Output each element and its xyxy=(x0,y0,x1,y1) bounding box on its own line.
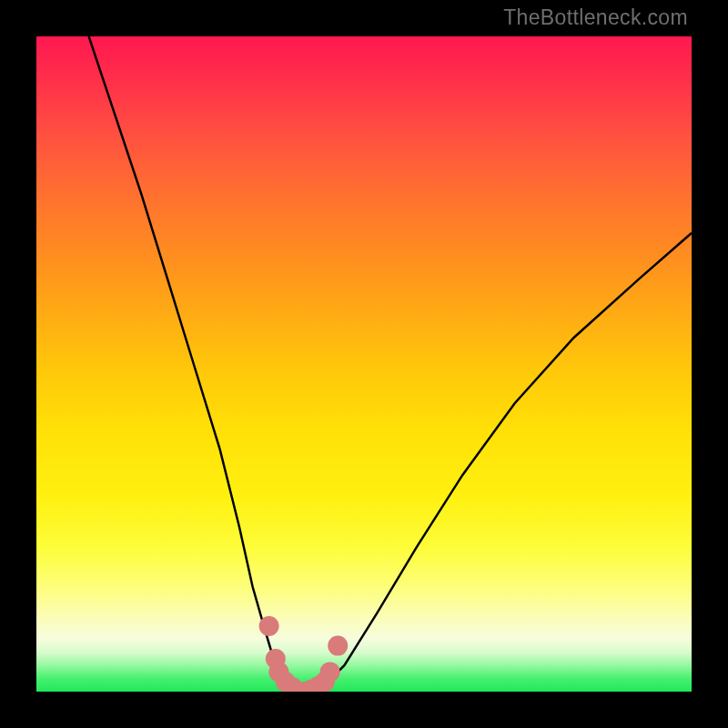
highlight-markers xyxy=(259,616,349,692)
marker-dot xyxy=(320,662,340,682)
marker-dot xyxy=(259,616,279,636)
watermark-text: TheBottleneck.com xyxy=(503,5,688,30)
plot-area xyxy=(36,36,692,692)
marker-dot xyxy=(328,636,348,656)
chart-svg xyxy=(36,36,692,692)
bottleneck-curve xyxy=(89,36,692,692)
